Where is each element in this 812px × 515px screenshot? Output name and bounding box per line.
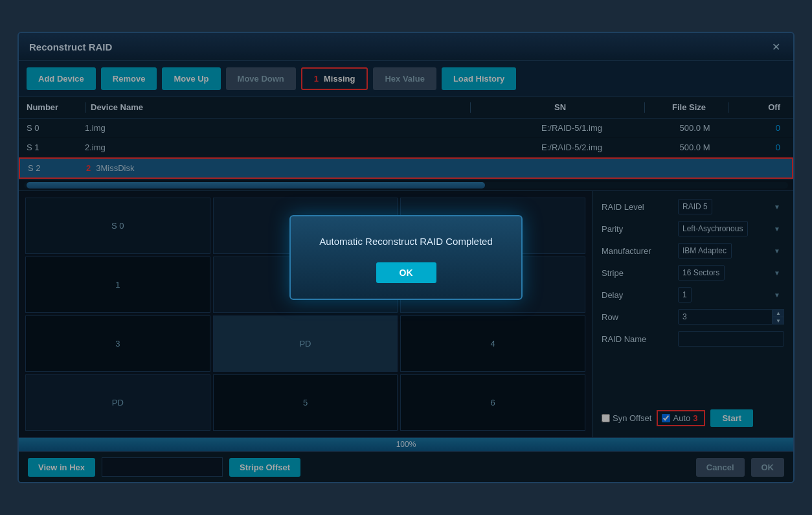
main-window: Reconstruct RAID ✕ Add Device Remove Mov…: [17, 32, 795, 483]
dialog-box: Automatic Reconstruct RAID Completed OK: [289, 215, 523, 300]
dialog-ok-button[interactable]: OK: [376, 262, 436, 283]
dialog-message: Automatic Reconstruct RAID Completed: [314, 236, 498, 247]
dialog-overlay: Automatic Reconstruct RAID Completed OK: [19, 33, 793, 482]
